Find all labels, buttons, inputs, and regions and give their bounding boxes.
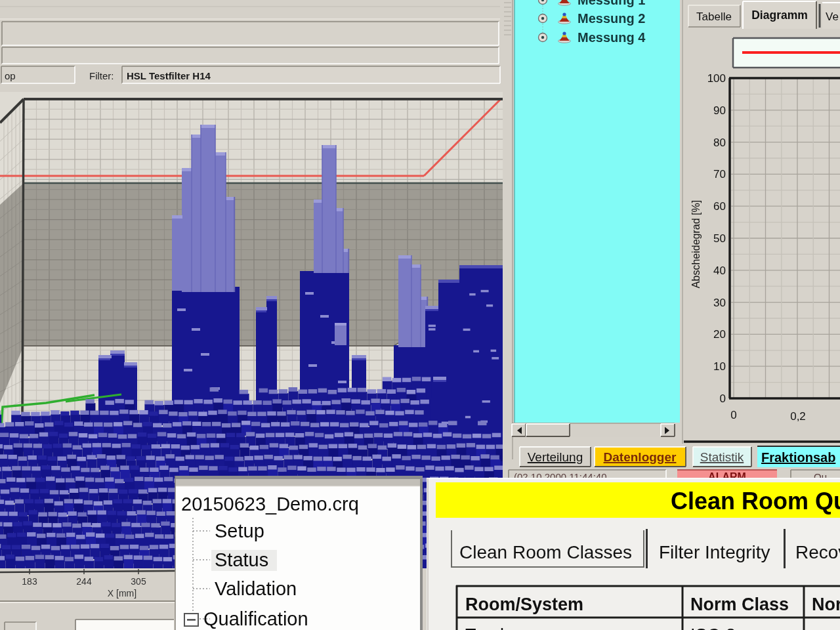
svg-text:0,2: 0,2 <box>790 410 806 423</box>
svg-text:Verteilung: Verteilung <box>528 450 583 464</box>
svg-text:Clean Room Qu: Clean Room Qu <box>671 488 840 514</box>
svg-text:60: 60 <box>713 200 726 213</box>
svg-text:ISO 8: ISO 8 <box>690 625 736 630</box>
svg-text:Status: Status <box>215 549 268 570</box>
svg-text:Statistik: Statistik <box>700 450 744 464</box>
svg-text:40: 40 <box>713 264 726 277</box>
svg-text:100: 100 <box>707 72 726 85</box>
svg-text:0: 0 <box>730 409 736 421</box>
svg-text:Messung 2: Messung 2 <box>578 11 645 26</box>
svg-text:Ve: Ve <box>826 10 839 23</box>
svg-text:244: 244 <box>76 576 92 587</box>
svg-text:Abscheidegrad [%]: Abscheidegrad [%] <box>690 200 702 288</box>
svg-text:305: 305 <box>131 576 146 587</box>
svg-text:Validation: Validation <box>215 578 297 599</box>
svg-text:Room/System: Room/System <box>465 595 583 614</box>
svg-text:HSL Testfilter H14: HSL Testfilter H14 <box>127 70 211 81</box>
svg-text:Messung 4: Messung 4 <box>578 30 646 45</box>
svg-text:50: 50 <box>713 232 726 245</box>
svg-text:90: 90 <box>713 104 726 117</box>
svg-text:X [mm]: X [mm] <box>108 588 136 598</box>
svg-text:Messung 1: Messung 1 <box>578 0 645 7</box>
svg-text:Diagramm: Diagramm <box>751 9 808 22</box>
svg-text:Fraktionsab: Fraktionsab <box>761 450 835 465</box>
svg-text:Tabelle: Tabelle <box>696 10 732 23</box>
svg-text:Recover: Recover <box>795 542 840 562</box>
svg-text:Setup: Setup <box>215 520 264 541</box>
svg-text:20150623_Demo.crq: 20150623_Demo.crq <box>181 494 359 514</box>
svg-text:Clean Room Classes: Clean Room Classes <box>459 542 632 562</box>
svg-text:Qualification: Qualification <box>203 608 308 629</box>
svg-text:0: 0 <box>720 392 726 405</box>
svg-text:20: 20 <box>713 328 726 341</box>
svg-text:Nor: Nor <box>812 595 840 614</box>
svg-text:op: op <box>5 70 16 81</box>
svg-text:183: 183 <box>22 576 37 587</box>
svg-text:Filter Integrity: Filter Integrity <box>659 542 770 562</box>
svg-text:80: 80 <box>713 136 726 149</box>
svg-text:Filter:: Filter: <box>89 70 114 81</box>
svg-text:Datenlogger: Datenlogger <box>604 450 677 464</box>
svg-text:30: 30 <box>713 297 726 309</box>
svg-text:Norm Class: Norm Class <box>690 595 789 614</box>
svg-text:10: 10 <box>713 360 726 373</box>
svg-text:70: 70 <box>713 168 726 180</box>
svg-text:Trocknerraum: Trocknerraum <box>465 625 575 630</box>
